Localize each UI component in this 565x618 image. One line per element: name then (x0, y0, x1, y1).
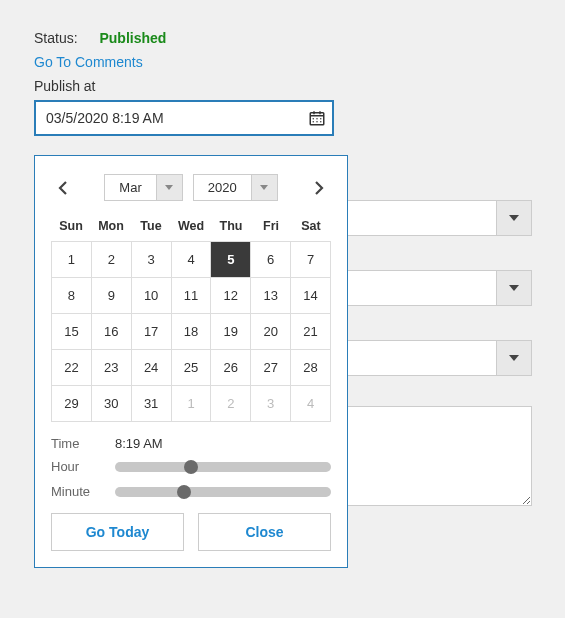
calendar-day[interactable]: 17 (132, 314, 172, 350)
dow-header: Tue (131, 215, 171, 237)
calendar-day[interactable]: 4 (291, 386, 331, 422)
calendar-day[interactable]: 16 (92, 314, 132, 350)
status-value: Published (99, 30, 166, 46)
calendar-day[interactable]: 15 (52, 314, 92, 350)
month-select[interactable]: Mar (104, 174, 182, 201)
time-label: Time (51, 436, 115, 451)
calendar-day[interactable]: 11 (172, 278, 212, 314)
dow-header: Mon (91, 215, 131, 237)
calendar-day[interactable]: 5 (211, 242, 251, 278)
calendar-day[interactable]: 28 (291, 350, 331, 386)
calendar-day[interactable]: 7 (291, 242, 331, 278)
date-picker: Mar 2020 SunMonTueWedThuFriSat 123456789… (34, 155, 348, 568)
calendar-day[interactable]: 3 (132, 242, 172, 278)
time-value: 8:19 AM (115, 436, 163, 451)
calendar-day[interactable]: 19 (211, 314, 251, 350)
hour-label: Hour (51, 459, 115, 474)
calendar-day[interactable]: 12 (211, 278, 251, 314)
dow-header: Fri (251, 215, 291, 237)
calendar-day[interactable]: 27 (251, 350, 291, 386)
calendar-day[interactable]: 26 (211, 350, 251, 386)
calendar-day[interactable]: 30 (92, 386, 132, 422)
publish-at-input[interactable] (34, 100, 334, 136)
go-to-comments-link[interactable]: Go To Comments (34, 54, 143, 70)
calendar-day[interactable]: 10 (132, 278, 172, 314)
chevron-down-icon (251, 175, 277, 200)
calendar-day[interactable]: 21 (291, 314, 331, 350)
year-select[interactable]: 2020 (193, 174, 278, 201)
calendar-day[interactable]: 31 (132, 386, 172, 422)
calendar-day[interactable]: 24 (132, 350, 172, 386)
calendar-day[interactable]: 4 (172, 242, 212, 278)
calendar-day[interactable]: 2 (211, 386, 251, 422)
minute-slider[interactable] (115, 487, 331, 497)
calendar-day[interactable]: 25 (172, 350, 212, 386)
chevron-down-icon (156, 175, 182, 200)
publish-at-label: Publish at (34, 78, 531, 94)
status-label: Status: (34, 30, 78, 46)
calendar-day[interactable]: 18 (172, 314, 212, 350)
calendar-day[interactable]: 6 (251, 242, 291, 278)
calendar-day[interactable]: 29 (52, 386, 92, 422)
prev-month-button[interactable] (51, 176, 75, 200)
calendar-day[interactable]: 1 (52, 242, 92, 278)
chevron-down-icon (509, 215, 519, 221)
dow-header: Sat (291, 215, 331, 237)
dow-header: Thu (211, 215, 251, 237)
chevron-down-icon (509, 355, 519, 361)
dow-header: Sun (51, 215, 91, 237)
calendar-day[interactable]: 3 (251, 386, 291, 422)
calendar-day[interactable]: 13 (251, 278, 291, 314)
calendar-day[interactable]: 8 (52, 278, 92, 314)
calendar-day[interactable]: 14 (291, 278, 331, 314)
year-select-value: 2020 (194, 175, 251, 200)
calendar-day[interactable]: 23 (92, 350, 132, 386)
next-month-button[interactable] (307, 176, 331, 200)
close-button[interactable]: Close (198, 513, 331, 551)
chevron-down-icon (509, 285, 519, 291)
calendar-day[interactable]: 1 (172, 386, 212, 422)
month-select-value: Mar (105, 175, 155, 200)
calendar-day[interactable]: 22 (52, 350, 92, 386)
calendar-day[interactable]: 20 (251, 314, 291, 350)
calendar-day[interactable]: 2 (92, 242, 132, 278)
minute-label: Minute (51, 484, 115, 499)
hour-slider[interactable] (115, 462, 331, 472)
calendar-day[interactable]: 9 (92, 278, 132, 314)
go-today-button[interactable]: Go Today (51, 513, 184, 551)
dow-header: Wed (171, 215, 211, 237)
